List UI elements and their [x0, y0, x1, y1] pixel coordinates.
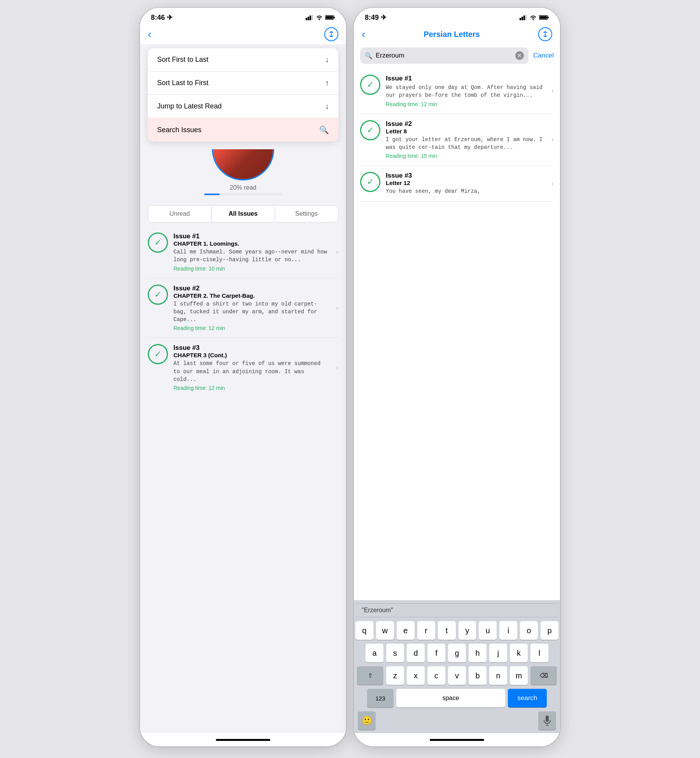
right-issue-chevron-3: › — [551, 180, 554, 188]
key-e[interactable]: e — [397, 621, 415, 640]
issue-reading-time-3: Reading time: 12 min — [173, 385, 329, 391]
signal-icon — [306, 15, 313, 20]
right-issue-desc-3: You have seen, my dear Mirza, — [386, 187, 544, 195]
right-issue-subtitle-2: Letter 8 — [386, 128, 544, 134]
search-bar: 🔍 ✕ Cancel — [354, 44, 560, 68]
issue-content-2: Issue #2 CHAPTER 2. The Carpet-Bag. I st… — [173, 285, 329, 332]
progress-text: 20% read — [230, 184, 257, 191]
key-space[interactable]: space — [396, 689, 505, 707]
menu-sort-last-label: Sort Last to First — [157, 79, 208, 87]
right-nav-bar: ‹ Persian Letters — [354, 24, 560, 44]
key-q[interactable]: q — [355, 621, 373, 640]
issue-title-3: Issue #3 — [173, 344, 329, 352]
dropdown-menu: Sort First to Last ↓ Sort Last to First … — [148, 48, 338, 141]
issue-desc-2: I stuffed a shirt or two into my old car… — [173, 300, 329, 324]
status-bar: 8:46 ✈ — [140, 8, 346, 24]
right-issue-check-2: ✓ — [360, 120, 380, 140]
table-row[interactable]: ✓ Issue #3 CHAPTER 3 (Cont.) At last som… — [148, 338, 338, 397]
back-button[interactable]: ‹ — [148, 28, 151, 40]
key-mic[interactable] — [538, 711, 556, 730]
key-emoji[interactable]: 🙂 — [358, 711, 376, 730]
keyboard-row-bottom: 123 space search — [355, 689, 558, 707]
issue-reading-time-1: Reading time: 10 min — [173, 265, 329, 272]
key-u[interactable]: u — [479, 621, 497, 640]
key-a[interactable]: a — [366, 644, 383, 662]
sort-icon — [328, 31, 335, 38]
right-sort-button[interactable] — [538, 27, 552, 41]
table-row[interactable]: ✓ Issue #3 Letter 12 You have seen, my d… — [360, 166, 554, 202]
right-issue-subtitle-3: Letter 12 — [386, 180, 544, 186]
search-clear-button[interactable]: ✕ — [515, 51, 524, 60]
key-r[interactable]: r — [417, 621, 435, 640]
microphone-icon — [543, 716, 551, 726]
sort-button[interactable] — [324, 27, 338, 41]
key-d[interactable]: d — [407, 644, 425, 662]
home-indicator — [140, 733, 346, 746]
key-t[interactable]: t — [438, 621, 456, 640]
right-issue-content-2: Issue #2 Letter 8 I got your letter at E… — [386, 120, 544, 159]
wifi-icon — [316, 15, 323, 20]
key-search[interactable]: search — [508, 689, 547, 707]
book-cover-image — [213, 149, 274, 180]
right-issue-title-3: Issue #3 — [386, 172, 544, 180]
keyboard-suggestion: "Erzeroum" — [362, 607, 393, 613]
issue-check-2: ✓ — [148, 285, 168, 305]
key-v[interactable]: v — [448, 666, 466, 685]
menu-jump-latest[interactable]: Jump to Latest Read ↓ — [148, 95, 338, 118]
right-back-button[interactable]: ‹ — [362, 28, 365, 40]
key-k[interactable]: k — [510, 644, 528, 662]
keyboard-area: "Erzeroum" q w e r t y u i o p a s d f — [354, 600, 560, 733]
issue-title-1: Issue #1 — [173, 232, 329, 240]
progress-bar-fill — [204, 194, 220, 195]
key-m[interactable]: m — [510, 666, 528, 685]
key-b[interactable]: b — [469, 666, 486, 685]
issue-reading-time-2: Reading time: 12 min — [173, 325, 329, 331]
content-area: Sort First to Last ↓ Sort Last to First … — [140, 44, 346, 733]
key-x[interactable]: x — [407, 666, 425, 685]
key-delete[interactable]: ⌫ — [530, 666, 557, 685]
issue-check-3: ✓ — [148, 344, 168, 364]
key-o[interactable]: o — [520, 621, 538, 640]
keyboard-suggestion-bar: "Erzeroum" — [355, 603, 558, 617]
key-shift[interactable]: ⇧ — [357, 666, 383, 685]
right-issue-chevron-1: › — [551, 87, 554, 95]
key-n[interactable]: n — [489, 666, 507, 685]
key-f[interactable]: f — [427, 644, 445, 662]
menu-search-label: Search Issues — [157, 126, 201, 134]
key-p[interactable]: p — [541, 621, 558, 640]
menu-search-issues[interactable]: Search Issues 🔍 — [148, 118, 338, 141]
search-input[interactable] — [376, 52, 512, 59]
key-h[interactable]: h — [469, 644, 486, 662]
right-status-time: 8:49 ✈ — [365, 13, 387, 22]
key-g[interactable]: g — [448, 644, 466, 662]
svg-rect-14 — [546, 716, 549, 722]
table-row[interactable]: ✓ Issue #2 Letter 8 I got your letter at… — [360, 114, 554, 166]
key-w[interactable]: w — [376, 621, 394, 640]
key-z[interactable]: z — [386, 666, 404, 685]
tab-unread[interactable]: Unread — [148, 206, 212, 222]
right-home-bar — [430, 739, 484, 741]
table-row[interactable]: ✓ Issue #1 CHAPTER 1. Loomings. Call me … — [148, 226, 338, 278]
key-numbers[interactable]: 123 — [367, 689, 394, 707]
right-nav-title: Persian Letters — [424, 30, 480, 39]
key-c[interactable]: c — [427, 666, 445, 685]
keyboard-row-1: q w e r t y u i o p — [355, 621, 558, 640]
battery-icon — [325, 15, 335, 20]
right-signal-icon — [520, 15, 527, 20]
tab-all-issues[interactable]: All Issues — [212, 206, 275, 222]
key-j[interactable]: j — [489, 644, 507, 662]
key-s[interactable]: s — [386, 644, 404, 662]
nav-bar: ‹ — [140, 24, 346, 44]
tabs: Unread All Issues Settings — [148, 205, 338, 222]
table-row[interactable]: ✓ Issue #1 We stayed only one day at Qom… — [360, 68, 554, 114]
search-cancel-button[interactable]: Cancel — [533, 52, 554, 59]
tab-settings[interactable]: Settings — [275, 206, 338, 222]
table-row[interactable]: ✓ Issue #2 CHAPTER 2. The Carpet-Bag. I … — [148, 278, 338, 338]
issue-title-2: Issue #2 — [173, 285, 329, 292]
key-l[interactable]: l — [530, 644, 548, 662]
menu-sort-last[interactable]: Sort Last to First ↑ — [148, 72, 338, 95]
menu-sort-first[interactable]: Sort First to Last ↓ — [148, 48, 338, 72]
key-y[interactable]: y — [458, 621, 476, 640]
svg-rect-2 — [310, 16, 311, 20]
key-i[interactable]: i — [499, 621, 517, 640]
